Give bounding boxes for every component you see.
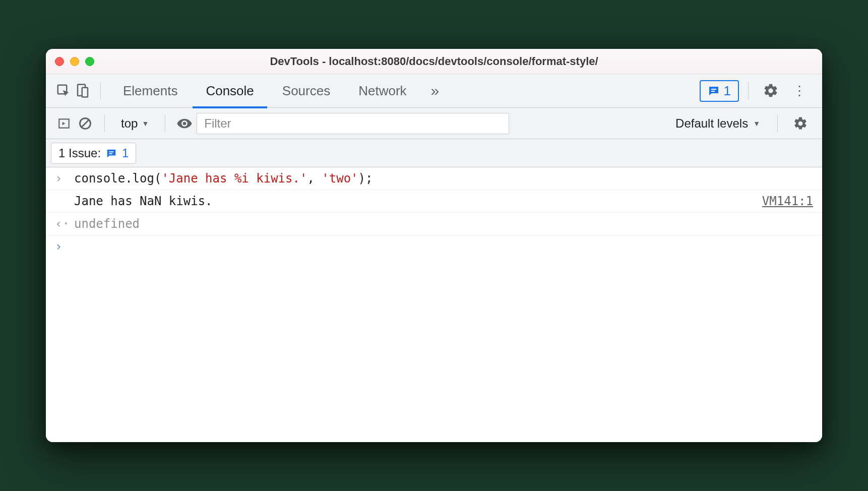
settings-button[interactable] xyxy=(758,83,784,99)
console-toolbar: top ▼ Default levels ▼ xyxy=(46,108,822,139)
console-return-row: ‹· undefined xyxy=(46,213,822,235)
console-prompt-row[interactable]: › xyxy=(46,235,822,258)
issues-badge[interactable]: 1 xyxy=(700,80,739,102)
close-window-button[interactable] xyxy=(55,57,64,66)
levels-label: Default levels xyxy=(675,116,748,131)
divider xyxy=(104,115,105,132)
console-log-row: Jane has NaN kiwis. VM141:1 xyxy=(46,190,822,213)
console-input-row: › console.log('Jane has %i kiwis.', 'two… xyxy=(46,167,822,190)
devtools-window: DevTools - localhost:8080/docs/devtools/… xyxy=(46,49,822,442)
titlebar: DevTools - localhost:8080/docs/devtools/… xyxy=(46,49,822,74)
tab-console[interactable]: Console xyxy=(193,74,267,108)
source-link[interactable]: VM141:1 xyxy=(762,194,813,208)
svg-rect-3 xyxy=(711,89,716,90)
more-options-button[interactable]: ⋮ xyxy=(786,83,813,99)
return-marker-icon: ‹· xyxy=(55,217,67,231)
log-levels-selector[interactable]: Default levels ▼ xyxy=(668,116,767,131)
show-console-sidebar-button[interactable] xyxy=(55,114,73,133)
chevron-down-icon: ▼ xyxy=(142,119,149,128)
issues-chip[interactable]: 1 Issue: 1 xyxy=(51,143,136,164)
divider xyxy=(748,82,749,99)
svg-rect-8 xyxy=(109,151,113,152)
input-marker-icon: › xyxy=(55,171,67,186)
console-settings-button[interactable] xyxy=(788,116,813,131)
gear-icon xyxy=(763,83,779,99)
tab-sources[interactable]: Sources xyxy=(269,74,343,108)
window-controls xyxy=(55,57,94,66)
device-toolbar-icon[interactable] xyxy=(74,82,91,99)
svg-rect-9 xyxy=(109,153,112,154)
console-output[interactable]: › console.log('Jane has %i kiwis.', 'two… xyxy=(46,167,822,442)
issues-chip-count: 1 xyxy=(122,146,129,160)
issues-count: 1 xyxy=(724,83,731,99)
eye-icon xyxy=(176,115,193,132)
log-output: Jane has NaN kiwis. xyxy=(74,194,213,208)
minimize-window-button[interactable] xyxy=(70,57,79,66)
issues-icon xyxy=(708,85,720,97)
main-tabbar: Elements Console Sources Network » 1 ⋮ xyxy=(46,74,822,108)
window-title: DevTools - localhost:8080/docs/devtools/… xyxy=(46,55,822,68)
context-label: top xyxy=(121,116,138,131)
tab-elements[interactable]: Elements xyxy=(110,74,191,108)
filter-input[interactable] xyxy=(197,113,509,134)
issues-label: 1 Issue: xyxy=(58,146,101,160)
gear-icon xyxy=(793,116,808,131)
inspect-element-icon[interactable] xyxy=(55,82,72,99)
svg-rect-4 xyxy=(711,91,715,92)
issues-bar: 1 Issue: 1 xyxy=(46,139,822,167)
maximize-window-button[interactable] xyxy=(85,57,94,66)
console-code: console.log('Jane has %i kiwis.', 'two')… xyxy=(74,171,373,186)
divider xyxy=(100,82,101,99)
prompt-marker-icon: › xyxy=(55,239,67,254)
clear-console-button[interactable] xyxy=(76,114,94,133)
live-expression-button[interactable] xyxy=(175,114,194,133)
return-value: undefined xyxy=(74,217,140,231)
divider xyxy=(777,115,778,132)
tab-network[interactable]: Network xyxy=(345,74,419,108)
svg-line-7 xyxy=(82,120,89,127)
chevron-down-icon: ▼ xyxy=(753,119,760,128)
divider xyxy=(165,115,165,132)
issues-icon xyxy=(106,148,117,159)
svg-rect-2 xyxy=(82,88,88,97)
more-tabs-button[interactable]: » xyxy=(422,82,449,99)
context-selector[interactable]: top ▼ xyxy=(115,116,155,131)
